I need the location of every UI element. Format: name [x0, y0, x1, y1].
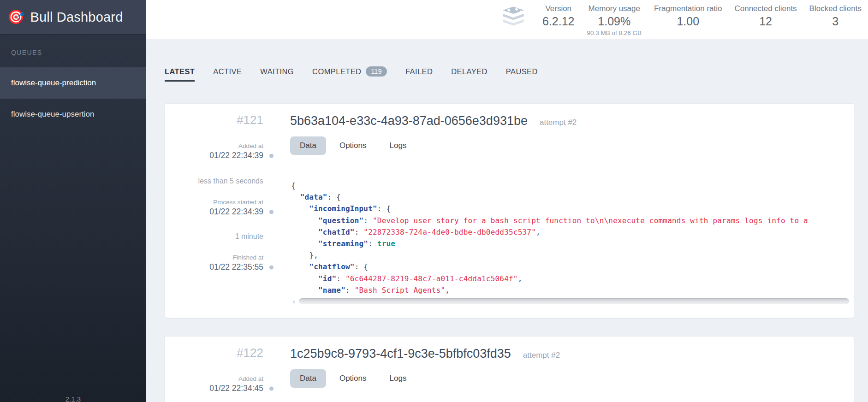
timeline-timestamp: 01/22 22:34:39 — [165, 207, 263, 217]
job-tab-data[interactable]: Data — [290, 136, 326, 155]
tab-latest[interactable]: LATEST — [165, 67, 195, 82]
job-card-122: #122 Added at 01/22 22:34:45 1c25b9c8-97… — [165, 336, 854, 402]
tab-waiting[interactable]: WAITING — [260, 67, 294, 82]
job-tab-options[interactable]: Options — [330, 136, 376, 155]
stat-value: 1.09% — [587, 15, 642, 28]
scrollbar-track[interactable] — [299, 298, 849, 304]
sidebar-item-queue-upsertion[interactable]: flowise-queue-upsertion — [0, 99, 146, 130]
job-tab-options[interactable]: Options — [330, 369, 376, 388]
stat-label: Connected clients — [734, 4, 797, 13]
tab-active[interactable]: ACTIVE — [213, 67, 242, 82]
timeline-duration: 1 minute — [165, 232, 263, 241]
job-id: 1c25b9c8-9793-4cf1-9c3e-5bfbfc03fd35 — [290, 347, 511, 361]
stat-memory-usage: Memory usage 1.09% 90.3 MB of 8.26 GB — [587, 4, 642, 36]
job-data-json: { "data": { "incomingInput": { "question… — [290, 180, 854, 296]
timeline-dot — [269, 386, 273, 390]
job-detail-tabs: Data Options Logs — [290, 136, 854, 155]
job-tab-logs[interactable]: Logs — [380, 369, 416, 388]
app-title: Bull Dashboard — [30, 10, 123, 25]
bull-dashboard-app: 🎯 Bull Dashboard QUEUES flowise-queue-pr… — [0, 0, 868, 402]
status-tabs: LATEST ACTIVE WAITING COMPLETED 119 FAIL… — [165, 66, 868, 82]
tab-label: COMPLETED — [312, 67, 361, 76]
app-logo-link[interactable]: 🎯 Bull Dashboard — [0, 0, 146, 34]
timeline-dot — [269, 265, 273, 269]
queue-item-label: flowise-queue-prediction — [11, 78, 96, 88]
job-timeline: #122 Added at 01/22 22:34:45 — [165, 337, 271, 402]
target-icon: 🎯 — [7, 10, 24, 24]
scroll-left-arrow-icon[interactable]: ‹ — [291, 298, 297, 304]
timeline-label: Finished at — [165, 254, 263, 261]
job-details: 5b63a104-e33c-4a93-87ad-0656e3d931be att… — [271, 104, 854, 318]
tab-label: FAILED — [405, 67, 433, 76]
timeline-label: Added at — [165, 375, 263, 382]
queue-item-label: flowise-queue-upsertion — [11, 110, 95, 119]
tab-label: DELAYED — [451, 67, 488, 76]
timeline-dot — [269, 210, 273, 214]
stat-sub-label: 90.3 MB of 8.26 GB — [587, 30, 642, 36]
job-details: 1c25b9c8-9793-4cf1-9c3e-5bfbfc03fd35 att… — [271, 337, 854, 402]
job-attempt: attempt #2 — [523, 351, 560, 360]
job-number: #122 — [165, 346, 263, 360]
stat-blocked-clients: Blocked clients 3 — [809, 4, 862, 28]
sidebar-item-queue-prediction[interactable]: flowise-queue-prediction — [0, 67, 146, 99]
stat-label: Memory usage — [587, 4, 642, 13]
timeline-timestamp: 01/22 22:35:55 — [165, 262, 263, 272]
tab-label: WAITING — [260, 67, 294, 76]
tab-delayed[interactable]: DELAYED — [451, 67, 488, 82]
completed-count-badge: 119 — [366, 66, 387, 77]
timestamp-text: 01/22 22:35:55 — [209, 262, 263, 272]
job-timeline: #121 Added at 01/22 22:34:39 less than 5… — [165, 104, 271, 318]
job-number: #121 — [165, 113, 263, 127]
timeline-label: Process started at — [165, 199, 263, 206]
stat-label: Blocked clients — [809, 4, 862, 13]
tab-label: LATEST — [165, 67, 195, 76]
tab-paused[interactable]: PAUSED — [506, 67, 538, 82]
timeline-timestamp: 01/22 22:34:45 — [165, 384, 263, 393]
job-title-row: 1c25b9c8-9793-4cf1-9c3e-5bfbfc03fd35 att… — [290, 347, 854, 361]
stat-value: 1.00 — [654, 15, 722, 28]
sidebar: 🎯 Bull Dashboard QUEUES flowise-queue-pr… — [0, 0, 146, 402]
queues-section-label: QUEUES — [11, 49, 146, 56]
stat-fragmentation-ratio: Fragmentation ratio 1.00 — [654, 4, 722, 28]
timeline-timestamp: 01/22 22:34:39 — [165, 151, 263, 160]
timeline-line — [271, 365, 271, 402]
queue-content: LATEST ACTIVE WAITING COMPLETED 119 FAIL… — [146, 39, 868, 402]
stat-label: Version — [542, 4, 575, 13]
timestamp-text: 01/22 22:34:45 — [209, 384, 263, 393]
stat-value: 3 — [809, 15, 862, 28]
stat-value: 6.2.12 — [542, 15, 575, 28]
timeline-label: Added at — [165, 142, 263, 149]
job-attempt: attempt #2 — [540, 118, 577, 127]
stat-connected-clients: Connected clients 12 — [734, 4, 797, 28]
redis-stats: Version 6.2.12 Memory usage 1.09% 90.3 M… — [500, 4, 862, 39]
timestamp-text: 01/22 22:34:39 — [209, 151, 263, 160]
redis-layers-icon — [500, 6, 526, 28]
timeline-duration: less than 5 seconds — [165, 177, 263, 185]
timeline-dot — [269, 154, 273, 158]
tab-completed[interactable]: COMPLETED 119 — [312, 66, 387, 82]
job-tab-logs[interactable]: Logs — [380, 136, 416, 155]
main-area: Version 6.2.12 Memory usage 1.09% 90.3 M… — [146, 0, 868, 402]
tab-failed[interactable]: FAILED — [405, 67, 433, 82]
job-tab-data[interactable]: Data — [290, 369, 326, 388]
stat-label: Fragmentation ratio — [654, 4, 722, 13]
stat-value: 12 — [734, 15, 797, 28]
job-title-row: 5b63a104-e33c-4a93-87ad-0656e3d931be att… — [290, 114, 854, 128]
tab-label: ACTIVE — [213, 67, 242, 76]
horizontal-scrollbar[interactable]: ‹ — [291, 298, 849, 305]
dashboard-version: 2.1.3 — [0, 395, 146, 402]
job-card-121: #121 Added at 01/22 22:34:39 less than 5… — [165, 103, 854, 318]
job-id: 5b63a104-e33c-4a93-87ad-0656e3d931be — [290, 114, 528, 128]
redis-stats-header: Version 6.2.12 Memory usage 1.09% 90.3 M… — [146, 0, 868, 39]
tab-label: PAUSED — [506, 67, 538, 76]
job-detail-tabs: Data Options Logs — [290, 369, 854, 388]
stat-version: Version 6.2.12 — [542, 4, 575, 28]
timestamp-text: 01/22 22:34:39 — [209, 207, 263, 216]
